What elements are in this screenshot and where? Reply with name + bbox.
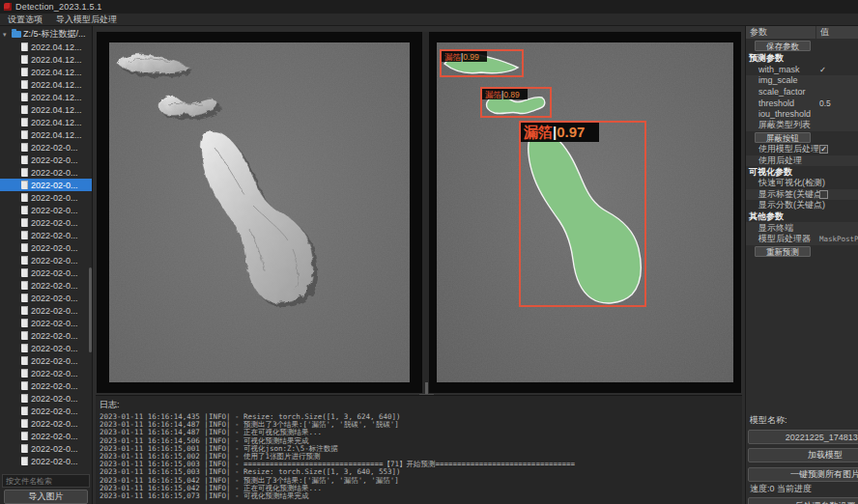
tree-item-label: 2022-02-0... [31,168,78,178]
file-icon [21,231,28,239]
tree-item[interactable]: 2022.04.12... [0,66,92,78]
param-row[interactable]: threshold0.5 [746,98,858,109]
tree-item-label: 2022.04.12... [31,118,82,127]
tree-item[interactable]: 2022.04.12... [0,128,92,141]
param-row[interactable]: 显示标签(关键点) [746,189,858,201]
tree-scrollbar[interactable] [89,267,92,352]
tree-item[interactable]: 2022.04.12... [0,53,92,66]
param-row[interactable]: iou_threshold [746,108,858,120]
tree-item[interactable]: 2022-02-0... [0,141,92,154]
tree-item[interactable]: 2022-02-0... [0,442,92,455]
tree-item[interactable]: 2022.04.12... [0,103,92,116]
tree-item[interactable]: 2022.04.12... [0,91,92,103]
param-row[interactable]: 使用后处理 [746,155,858,167]
tree-item-label: 2022-02-0... [31,394,78,404]
param-label: threshold [758,98,794,108]
viewer-splitter[interactable] [422,32,429,393]
file-icon [21,181,28,189]
param-row[interactable]: 快速可视化(检测) [746,178,858,189]
tree-item[interactable]: 2022-02-0... [0,304,92,317]
param-button[interactable]: 屏蔽按钮 [755,132,811,143]
tree-item-label: 2022-02-0... [31,231,78,240]
tree-item-label: 2022-02-0... [31,218,78,228]
param-label: 模型后处理器 [758,233,811,245]
tree-item[interactable]: 2022-02-0... [0,279,92,292]
tree-item[interactable]: 2022.04.12... [0,116,92,128]
title-bar: Detection_2023.1.5.1 [0,0,858,14]
tree-item[interactable]: 2022-02-0... [0,329,92,342]
tree-item[interactable]: 2022-02-0... [0,430,92,442]
param-row[interactable]: 模型后处理器MaskPostPro... [746,234,858,245]
tree-item[interactable]: 2022-02-0... [0,354,92,367]
tree-item[interactable]: 2022-02-0... [0,204,92,216]
checkbox[interactable]: ✓ [819,145,828,154]
param-row[interactable]: img_scale [746,75,858,87]
file-icon [21,218,28,227]
log-title: 日志: [96,396,742,413]
tree-item-label: 2022-02-0... [31,331,78,341]
tree-item-label: 2022-02-0... [31,143,78,153]
tree-item[interactable]: 2022-02-0... [0,342,92,354]
tree-item-label: 2022-02-0... [31,344,78,353]
param-row[interactable]: 显示终端 [746,222,858,234]
tree-item-label: 2022-02-0... [31,319,78,328]
tree-item[interactable]: 2022-02-0... [0,191,92,204]
tree-item[interactable]: 2022.04.12... [0,41,92,53]
log-panel[interactable]: 日志: 2023-01-11 16:16:14,435 |INFO| - Res… [96,395,742,504]
tree-item-label: 2022-02-0... [31,181,78,190]
tree-item[interactable]: 2022-02-0... [0,405,92,417]
tree-item[interactable]: 2022-02-0... [0,292,92,304]
tree-item[interactable]: 2022.04.12... [0,78,92,91]
tree-item-label: 2022-02-0... [31,268,78,278]
param-button[interactable]: 重新预测 [755,246,811,257]
tree-root[interactable]: ▾ Z:/5-标注数据/... [0,28,92,41]
tree-item[interactable]: 2022-02-0... [0,317,92,329]
params-col-param: 参数 [746,26,815,39]
file-icon [21,344,28,352]
tree-item[interactable]: 2022-02-0... [0,229,92,241]
param-row[interactable]: 使用模型后处理✓ [746,144,858,155]
tree-item[interactable]: 2022-02-0... [0,266,92,279]
original-image-panel[interactable] [97,32,422,393]
tree-item[interactable]: 2022-02-0... [0,455,92,467]
tree-item-label: 2022-02-0... [31,356,78,366]
param-row[interactable]: scale_factor [746,86,858,98]
file-icon [21,256,28,265]
param-button[interactable]: 保存参数 [755,41,811,51]
svg-text:漏箔|0.97: 漏箔|0.97 [523,124,585,140]
tree-item[interactable]: 2022-02-0... [0,367,92,379]
postprocess-settings-button[interactable]: 后处理参数设置 [748,497,858,504]
file-icon [21,444,28,453]
tree-item-label: 2022-02-0... [31,457,78,466]
predict-all-button[interactable]: 一键预测所有图片 [748,467,858,482]
param-section: 保存参数 [746,40,858,53]
tree-item[interactable]: 2022-02-0... [0,254,92,266]
file-icon [21,394,28,403]
file-icon [21,369,28,378]
tree-item[interactable]: 2022-02-0... [0,392,92,405]
tree-item[interactable]: 2022-02-0... [0,216,92,229]
params-header: 参数 值 [746,26,858,39]
checkbox[interactable] [819,190,828,199]
tree-item-label: 2022-02-0... [31,381,78,391]
import-image-button[interactable]: 导入图片 [4,490,88,504]
file-icon [21,93,28,101]
tree-item[interactable]: 2022-02-0... [0,379,92,392]
tree-item[interactable]: 2022-02-0... [0,179,92,191]
param-row[interactable]: 显示分数(关键点) [746,200,858,211]
tree-item[interactable]: 2022-02-0... [0,417,92,430]
param-label: scale_factor [758,87,806,97]
prediction-image-panel[interactable]: 漏箔|0.99 漏箔|0.89 漏箔|0.97 [429,32,741,393]
param-row[interactable]: 屏蔽类型列表 [746,120,858,131]
tree-item[interactable]: 2022-02-0... [0,241,92,254]
model-name-field[interactable]: 20221225_174813... [748,430,858,444]
filename-search-input[interactable] [2,474,90,488]
file-icon [21,281,28,290]
file-tree-panel: ▾ Z:/5-标注数据/... 2022.04.12...2022.04.12.… [0,26,93,504]
load-model-button[interactable]: 加载模型 [748,448,858,462]
param-row[interactable]: with_mask✓ [746,64,858,75]
menu-settings[interactable]: 设置选项 [8,14,43,26]
tree-item[interactable]: 2022-02-0... [0,154,92,166]
menu-import-postprocess[interactable]: 导入模型后处理 [56,14,117,26]
tree-item[interactable]: 2022-02-0... [0,166,92,179]
